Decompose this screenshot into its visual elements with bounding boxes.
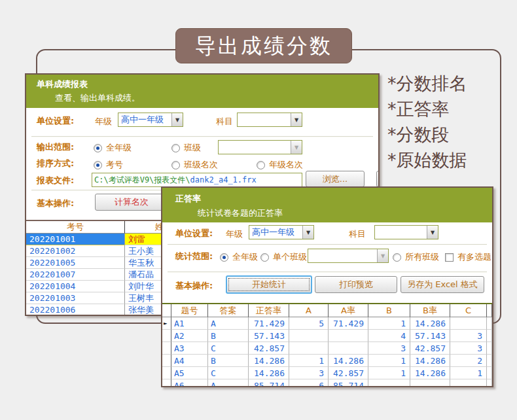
feature-item: *分数排名 (387, 71, 467, 96)
grade-select[interactable]: 高中一年级 ▼ (249, 225, 314, 239)
column-header-b-rate: B率 (410, 304, 450, 317)
browse-button[interactable]: 浏览... (306, 171, 365, 187)
radio-label: 年级名次 (269, 159, 303, 171)
chevron-down-icon: ▼ (291, 141, 302, 154)
subject-select[interactable]: ▼ (374, 225, 438, 239)
table-row[interactable]: A5 C 14.286 3 42.857 1 14.286 1 (162, 367, 492, 379)
row-selector-header (162, 304, 171, 317)
basic-ops-label: 基本操作: (37, 198, 74, 209)
grade-select-value: 高中一年级 (118, 113, 171, 126)
start-stat-button[interactable]: 开始统计 (226, 275, 312, 294)
column-header-a: A (289, 304, 329, 317)
feature-item: *正答率 (387, 96, 467, 122)
table-row[interactable]: A6 A 85.714 6 85.714 (162, 379, 492, 386)
grade-select[interactable]: 高中一年级 ▼ (118, 113, 183, 127)
grade-label: 年级 (95, 116, 112, 128)
column-header-a-rate: A率 (329, 304, 368, 317)
unit-settings-label: 单位设置: (37, 115, 74, 127)
radio-icon (257, 161, 265, 169)
single-class-select: ▼ (308, 249, 389, 263)
radio-icon (171, 144, 180, 152)
dialog-subtitle: 统计试卷各题的正答率 (198, 207, 283, 219)
radio-label: 所有班级 (405, 251, 439, 263)
radio-class-rank[interactable]: 班级名次 (171, 159, 218, 171)
radio-label: 全年级 (106, 142, 132, 154)
grade-select-value: 高中一年级 (249, 226, 302, 239)
calc-rank-button[interactable]: 计算名次 (95, 194, 168, 211)
radio-label: 班级名次 (184, 159, 218, 171)
class-select: ▼ (218, 140, 302, 154)
chevron-down-icon[interactable]: ▼ (171, 113, 183, 126)
table-row[interactable]: A3 C 42.857 3 42.857 3 (162, 342, 492, 355)
sort-mode-label: 排序方式: (37, 158, 74, 169)
report-file-path-dir: C:\考试评卷V9\报表文件\ (94, 175, 190, 184)
subject-select[interactable]: ▼ (237, 113, 302, 127)
feature-list: *分数排名 *正答率 *分数段 *原始数据 (387, 71, 467, 173)
save-as-excel-button[interactable]: 另存为 Excel 格式 (401, 276, 484, 293)
radio-exam-no[interactable]: 考号 (94, 159, 123, 171)
page-background: 导出成绩分数 *分数排名 *正答率 *分数段 *原始数据 单科成绩报表 查看、输… (0, 0, 517, 420)
page-title: 导出成绩分数 (195, 33, 332, 58)
radio-label: 班级 (184, 142, 201, 154)
checkbox-icon (445, 253, 454, 262)
separator (168, 271, 487, 273)
basic-ops-label: 基本操作: (175, 280, 213, 292)
partial-button[interactable] (376, 171, 380, 187)
report-file-input[interactable]: C:\考试评卷V9\报表文件\dank2_a4_1.frx (92, 173, 302, 187)
dialog-title: 正答率 (175, 193, 201, 205)
column-header-rate: 正答率 (249, 304, 289, 317)
dialog-header: 单科成绩报表 查看、输出单科成绩。 (26, 75, 378, 108)
dialog-header: 正答率 统计试卷各题的正答率 (162, 188, 492, 222)
radio-whole-grade[interactable]: 全年级 (94, 142, 132, 154)
column-header-question: 题号 (171, 304, 208, 317)
feature-item: *分数段 (387, 122, 467, 147)
radio-all-classes[interactable]: 所有班级 (393, 251, 439, 263)
radio-icon (94, 161, 102, 169)
multi-choice-checkbox[interactable]: 有多选题 (445, 251, 491, 263)
radio-label: 考号 (106, 159, 123, 171)
checkbox-label: 有多选题 (457, 251, 491, 263)
chevron-down-icon[interactable]: ▼ (302, 226, 313, 239)
table-row[interactable]: A4 B 14.286 1 14.286 1 14.286 2 (162, 355, 492, 367)
current-row-marker-icon: ► (162, 317, 171, 330)
chevron-down-icon[interactable]: ▼ (427, 226, 438, 239)
table-header-row: 题号 答案 正答率 A A率 B B率 C (162, 304, 492, 317)
radio-icon (171, 161, 180, 169)
table-row[interactable]: ► A1 A 71.429 5 71.429 1 14.286 (162, 317, 492, 330)
page-title-banner: 导出成绩分数 (175, 28, 352, 63)
subject-select-value (238, 113, 291, 126)
report-file-label: 报表文件: (37, 175, 74, 186)
stat-scope-label: 统计范围: (175, 251, 213, 262)
answer-rate-table: 题号 答案 正答率 A A率 B B率 C ► A1 A 71.429 5 71… (162, 303, 492, 386)
radio-single-class[interactable]: 单个班级 (260, 251, 307, 263)
output-scope-label: 输出范围: (37, 141, 74, 153)
report-file-path-name: dank2_a4_1.frx (190, 175, 257, 184)
separator (31, 136, 373, 137)
dialog-title: 单科成绩报表 (37, 79, 88, 90)
grade-label: 年级 (226, 228, 243, 240)
subject-label: 科目 (216, 116, 233, 128)
chevron-down-icon[interactable]: ▼ (291, 113, 302, 126)
class-select-value (219, 141, 291, 154)
subject-label: 科目 (349, 228, 366, 240)
subject-select-value (375, 226, 427, 239)
radio-icon (260, 253, 269, 262)
chevron-down-icon: ▼ (377, 249, 388, 262)
single-class-select-value (308, 249, 377, 262)
column-header-c: C (450, 304, 487, 317)
table-row[interactable]: A2 B 57.143 4 57.143 3 (162, 330, 492, 342)
radio-class[interactable]: 班级 (171, 142, 201, 154)
print-preview-button[interactable]: 打印预览 (315, 276, 397, 293)
column-header-answer: 答案 (208, 304, 249, 317)
radio-whole-grade[interactable]: 全年级 (220, 251, 258, 263)
column-header-exam-no: 考号 (26, 221, 125, 234)
unit-settings-label: 单位设置: (175, 228, 213, 239)
dialog-correct-rate: 正答率 统计试卷各题的正答率 单位设置: 年级 高中一年级 ▼ 科目 ▼ 统计范… (161, 186, 493, 387)
radio-icon (94, 144, 102, 152)
feature-item: *原始数据 (387, 147, 467, 173)
radio-icon (220, 253, 228, 262)
radio-grade-rank[interactable]: 年级名次 (257, 159, 303, 171)
radio-label: 单个班级 (273, 251, 307, 263)
radio-label: 全年级 (232, 251, 258, 263)
column-header-b: B (368, 304, 410, 317)
